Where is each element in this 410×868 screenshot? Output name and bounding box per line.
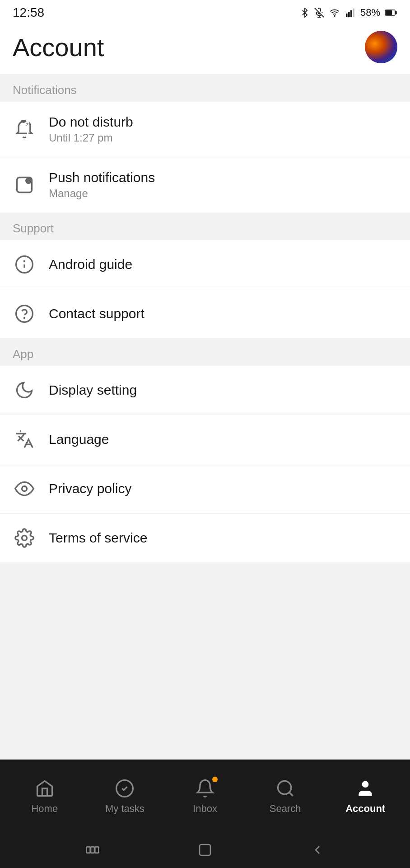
svg-line-25 bbox=[289, 792, 293, 796]
bell-sleep-icon: z bbox=[13, 118, 36, 141]
android-guide-item[interactable]: Android guide bbox=[0, 240, 410, 289]
info-circle-icon bbox=[13, 253, 36, 276]
svg-rect-6 bbox=[350, 10, 352, 18]
language-title: Language bbox=[49, 432, 109, 447]
support-card: Android guide Contact support bbox=[0, 240, 410, 338]
nav-account[interactable]: Account bbox=[334, 773, 397, 819]
eye-icon bbox=[13, 477, 36, 500]
push-notifications-item[interactable]: Push notifications Manage bbox=[0, 157, 410, 212]
svg-point-22 bbox=[22, 536, 27, 541]
svg-point-24 bbox=[278, 781, 291, 794]
nav-inbox[interactable]: Inbox bbox=[173, 773, 237, 819]
do-not-disturb-subtitle: Until 1:27 pm bbox=[49, 132, 133, 144]
terms-of-service-item[interactable]: Terms of service bbox=[0, 514, 410, 562]
svg-rect-30 bbox=[200, 844, 210, 855]
nav-inbox-label: Inbox bbox=[193, 803, 217, 815]
support-section: Support Android guide bbox=[0, 212, 410, 338]
push-notifications-text: Push notifications Manage bbox=[49, 170, 155, 200]
home-icon bbox=[34, 778, 56, 799]
notifications-label: Notifications bbox=[0, 83, 410, 102]
svg-text:z: z bbox=[26, 122, 29, 127]
svg-point-21 bbox=[22, 486, 27, 491]
svg-rect-27 bbox=[86, 847, 90, 853]
mute-icon bbox=[314, 8, 324, 18]
svg-rect-10 bbox=[386, 11, 392, 15]
nav-home-label: Home bbox=[31, 803, 58, 815]
svg-rect-9 bbox=[395, 11, 396, 14]
svg-point-15 bbox=[27, 179, 30, 182]
android-nav-bar bbox=[0, 832, 410, 868]
battery-icon bbox=[385, 8, 397, 18]
support-label: Support bbox=[0, 222, 410, 240]
push-notifications-subtitle: Manage bbox=[49, 187, 155, 200]
page-title: Account bbox=[13, 33, 104, 62]
svg-rect-29 bbox=[95, 847, 98, 853]
nav-account-label: Account bbox=[345, 803, 385, 815]
android-guide-text: Android guide bbox=[49, 257, 132, 272]
svg-rect-28 bbox=[91, 847, 94, 853]
check-circle-icon bbox=[114, 778, 135, 799]
person-icon bbox=[354, 778, 376, 799]
android-recent-button[interactable] bbox=[82, 839, 103, 861]
contact-support-text: Contact support bbox=[49, 306, 144, 321]
do-not-disturb-item[interactable]: z Do not disturb Until 1:27 pm bbox=[0, 102, 410, 157]
nav-home[interactable]: Home bbox=[13, 773, 76, 819]
notifications-card: z Do not disturb Until 1:27 pm Push noti… bbox=[0, 102, 410, 212]
translate-icon bbox=[13, 428, 36, 451]
signal-icon bbox=[345, 8, 356, 18]
page-header: Account bbox=[0, 24, 410, 74]
moon-icon bbox=[13, 378, 36, 402]
bell-icon bbox=[194, 778, 216, 799]
contact-support-item[interactable]: Contact support bbox=[0, 289, 410, 338]
app-label: App bbox=[0, 347, 410, 366]
privacy-policy-item[interactable]: Privacy policy bbox=[0, 464, 410, 514]
svg-point-26 bbox=[362, 781, 369, 788]
svg-point-19 bbox=[16, 306, 33, 322]
svg-rect-5 bbox=[348, 12, 350, 17]
status-icons: 58% bbox=[300, 7, 397, 19]
display-setting-item[interactable]: Display setting bbox=[0, 366, 410, 415]
settings-icon bbox=[13, 526, 36, 550]
do-not-disturb-title: Do not disturb bbox=[49, 114, 133, 130]
do-not-disturb-text: Do not disturb Until 1:27 pm bbox=[49, 114, 133, 144]
app-card: Display setting Language bbox=[0, 366, 410, 562]
avatar-image bbox=[365, 31, 397, 63]
wifi-icon bbox=[329, 8, 340, 18]
contact-support-title: Contact support bbox=[49, 306, 144, 321]
display-setting-text: Display setting bbox=[49, 382, 137, 398]
android-back-button[interactable] bbox=[307, 839, 328, 861]
svg-point-3 bbox=[334, 15, 335, 16]
terms-of-service-text: Terms of service bbox=[49, 530, 147, 546]
inbox-dot bbox=[212, 777, 218, 782]
display-setting-title: Display setting bbox=[49, 382, 137, 398]
bluetooth-icon bbox=[300, 8, 310, 18]
language-item[interactable]: Language bbox=[0, 415, 410, 464]
svg-rect-4 bbox=[346, 14, 348, 17]
privacy-policy-title: Privacy policy bbox=[49, 481, 131, 496]
nav-my-tasks[interactable]: My tasks bbox=[93, 773, 156, 819]
status-time: 12:58 bbox=[13, 5, 44, 20]
battery-label: 58% bbox=[360, 7, 380, 19]
privacy-policy-text: Privacy policy bbox=[49, 481, 131, 496]
help-circle-icon bbox=[13, 302, 36, 326]
search-icon bbox=[275, 778, 296, 799]
android-guide-title: Android guide bbox=[49, 257, 132, 272]
app-section: App Display setting bbox=[0, 338, 410, 562]
svg-rect-7 bbox=[353, 9, 354, 17]
content-spacer bbox=[0, 562, 410, 760]
notifications-section: Notifications z Do not disturb Until 1:2… bbox=[0, 74, 410, 212]
language-text: Language bbox=[49, 432, 109, 447]
avatar[interactable] bbox=[365, 31, 397, 63]
bottom-nav: Home My tasks Inbox Search bbox=[0, 760, 410, 832]
status-bar: 12:58 58% bbox=[0, 0, 410, 24]
android-home-button[interactable] bbox=[194, 839, 216, 861]
nav-search-label: Search bbox=[270, 803, 301, 815]
nav-search[interactable]: Search bbox=[254, 773, 317, 819]
terms-of-service-title: Terms of service bbox=[49, 530, 147, 546]
bell-badge-icon bbox=[13, 173, 36, 197]
push-notifications-title: Push notifications bbox=[49, 170, 155, 185]
nav-my-tasks-label: My tasks bbox=[105, 803, 144, 815]
